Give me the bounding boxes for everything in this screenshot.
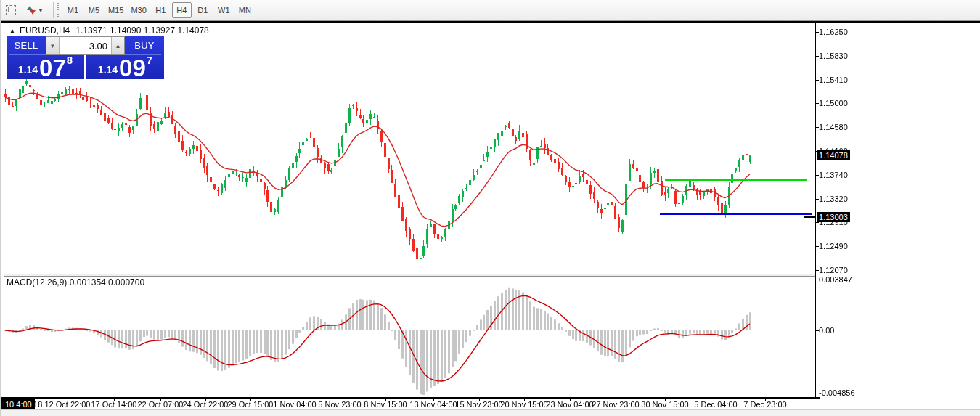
sell-price-sup: 8 bbox=[67, 54, 73, 66]
macd-indicator-label: MACD(12,26,9) 0.001354 0.000700 bbox=[7, 277, 144, 287]
time-axis-label: 5 Nov 23:00 bbox=[318, 400, 361, 409]
time-axis-label: 7 Dec 23:00 bbox=[743, 400, 786, 409]
collapse-arrow-icon[interactable]: ▲ bbox=[9, 28, 15, 34]
time-axis-label: 23 Nov 04:00 bbox=[546, 400, 593, 409]
current-price-tag: 1.14078 bbox=[817, 150, 850, 160]
time-axis-label: 27 Nov 23:00 bbox=[592, 400, 639, 409]
timeframe-button-mn[interactable]: MN bbox=[235, 2, 255, 18]
timeframe-button-w1[interactable]: W1 bbox=[214, 2, 234, 18]
volume-spinner: ▼ ▲ bbox=[46, 36, 125, 55]
volume-decrease-button[interactable]: ▼ bbox=[46, 37, 60, 54]
buy-price-big: 09 bbox=[119, 58, 146, 78]
price-axis-label: 1.12070 bbox=[819, 266, 848, 274]
price-axis-label: 1.13740 bbox=[819, 171, 848, 179]
time-axis-label: 17 Oct 14:00 bbox=[91, 400, 137, 409]
symbol-timeframe-label: EURUSD,H4 bbox=[20, 25, 70, 36]
sell-button[interactable]: SELL bbox=[7, 36, 46, 54]
timeframe-button-h1[interactable]: H1 bbox=[151, 2, 171, 18]
timeframe-button-m15[interactable]: M15 bbox=[105, 2, 126, 18]
timeframe-buttons: M1M5M15M30H1H4D1W1MN bbox=[62, 2, 256, 18]
macd-axis-label: 0.00 bbox=[819, 326, 834, 335]
price-axis-label: 1.15000 bbox=[819, 99, 848, 107]
price-axis-label: 1.12490 bbox=[819, 242, 848, 250]
time-axis-label: 15 Nov 23:00 bbox=[455, 400, 502, 409]
timeframe-button-h4[interactable]: H4 bbox=[172, 2, 192, 18]
macd-axis-label: 0.003847 bbox=[819, 275, 852, 284]
time-axis-label: 1 Nov 04:00 bbox=[273, 400, 316, 409]
timeframe-button-m30[interactable]: M30 bbox=[128, 2, 149, 18]
price-axis-label: 1.16250 bbox=[819, 28, 848, 36]
toolbar: ▼ M1M5M15M30H1H4D1W1MN bbox=[1, 0, 980, 20]
arrows-glyph bbox=[26, 5, 36, 15]
price-axis-label: 1.14580 bbox=[819, 123, 848, 131]
buy-price-display[interactable]: 1.14 09 7 bbox=[86, 55, 164, 79]
level-price-tag: 1.13003 bbox=[817, 212, 850, 222]
time-axis-label: 20 Nov 15:00 bbox=[500, 400, 547, 409]
macd-axis-label: -0.004856 bbox=[819, 388, 855, 397]
price-axis-label: 1.15830 bbox=[819, 52, 848, 60]
timeframe-button-m5[interactable]: M5 bbox=[84, 2, 104, 18]
chart-title: ▲ EURUSD,H4 1.13971 1.14090 1.13927 1.14… bbox=[9, 25, 209, 36]
one-click-trading-panel: 1.14 07 8 1.14 09 7 SELL BUY ▼ ▲ bbox=[7, 36, 164, 79]
buy-price-sup: 7 bbox=[147, 54, 152, 66]
toolbar-grip[interactable] bbox=[56, 3, 60, 17]
volume-input[interactable] bbox=[60, 37, 111, 54]
price-axis-label: 1.15410 bbox=[819, 76, 848, 84]
buy-price-prefix: 1.14 bbox=[98, 64, 118, 76]
time-axis-label: 8 Nov 15:00 bbox=[364, 400, 407, 409]
timeframe-button-m1[interactable]: M1 bbox=[63, 2, 83, 18]
time-axis-label: 13 Nov 04:00 bbox=[409, 400, 457, 409]
arrows-style-icon[interactable]: ▼ bbox=[22, 2, 48, 18]
timeframe-button-d1[interactable]: D1 bbox=[193, 2, 213, 18]
dashed-box-icon[interactable] bbox=[1, 2, 20, 18]
mt4-chart-window: ▼ M1M5M15M30H1H4D1W1MN ▲ EURUSD,H4 1.139… bbox=[0, 0, 980, 416]
time-axis-label: 12 Oct 22:00 bbox=[45, 400, 91, 409]
price-axis-label: 1.13320 bbox=[819, 195, 848, 203]
time-axis-label: 30 Nov 15:00 bbox=[641, 400, 688, 409]
time-axis-label: 5 Dec 04:00 bbox=[694, 400, 737, 409]
sell-price-prefix: 1.14 bbox=[18, 64, 38, 76]
status-bar bbox=[1, 409, 980, 416]
time-axis-label: 29 Oct 15:00 bbox=[228, 400, 274, 409]
sell-price-big: 07 bbox=[39, 58, 66, 78]
dropdown-caret-icon: ▼ bbox=[38, 7, 44, 14]
time-axis-label: 22 Oct 07:00 bbox=[138, 400, 184, 409]
sell-price-display[interactable]: 1.14 07 8 bbox=[7, 55, 84, 79]
buy-button[interactable]: BUY bbox=[125, 36, 164, 54]
volume-increase-button[interactable]: ▲ bbox=[111, 37, 124, 54]
time-axis-tag: 10 4:00 bbox=[1, 399, 35, 409]
time-axis-label: 24 Oct 22:00 bbox=[183, 400, 229, 409]
toolbar-separator bbox=[53, 2, 54, 18]
dashed-box-glyph bbox=[6, 5, 16, 15]
pane-splitter[interactable] bbox=[4, 273, 815, 277]
ohlc-values: 1.13971 1.14090 1.13927 1.14078 bbox=[75, 25, 209, 36]
